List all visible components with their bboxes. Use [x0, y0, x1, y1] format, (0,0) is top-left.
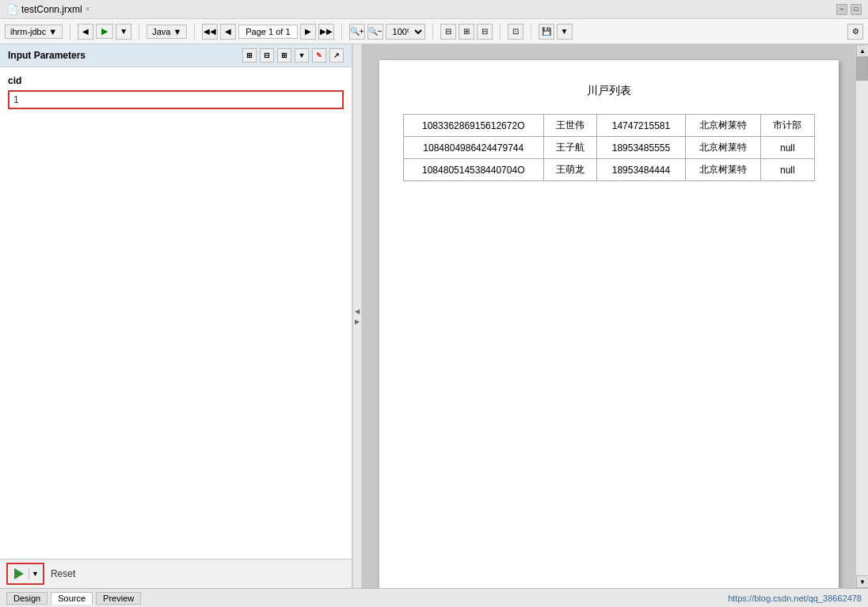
preview-page: 川戸列表 108336286915612672O王世伟14747215581北京…: [379, 60, 839, 588]
sep5: [432, 24, 433, 40]
language-label: Java: [152, 27, 170, 36]
panel-header-icons: ⊞ ⊟ ⊞ ▼ ✎ ↗: [242, 48, 344, 63]
left-panel: Input Parameters ⊞ ⊟ ⊞ ▼ ✎ ↗ cid ▼ Reset: [0, 44, 352, 588]
icon-export2[interactable]: ↗: [329, 48, 344, 63]
run-back-button[interactable]: ◀: [78, 24, 93, 40]
play-icon: [14, 568, 24, 579]
param-input-cid[interactable]: [8, 90, 344, 109]
table-row: 108480498642447974​4王子航18953485555北京树莱特n…: [403, 137, 814, 159]
icon-table2[interactable]: ⊞: [277, 48, 291, 63]
icon-table[interactable]: ⊟: [260, 48, 274, 63]
next-next-button[interactable]: ▶▶: [318, 24, 334, 40]
title-bar-controls: − □: [836, 4, 862, 15]
table-cell: 14747215581: [597, 115, 685, 137]
prev-prev-button[interactable]: ◀◀: [202, 24, 218, 40]
scroll-up-button[interactable]: ▲: [856, 44, 868, 57]
sep7: [531, 24, 531, 40]
icon-dropdown-arrow[interactable]: ▼: [295, 48, 309, 63]
fit-width-button[interactable]: ⊟: [440, 24, 456, 40]
table-cell: 18953484444: [597, 159, 685, 181]
tab-design[interactable]: Design: [6, 592, 48, 605]
table-cell: 王世伟: [544, 115, 597, 137]
sep2: [139, 24, 139, 40]
toolbar: ihrm-jdbc ▼ ◀ ▶ ▼ Java ▼ ◀◀ ◀ Page 1 of …: [0, 19, 868, 44]
scroll-track: [856, 57, 868, 575]
title-bar-close-icon: ×: [86, 5, 90, 13]
sep3: [194, 24, 195, 40]
run-btn-dropdown[interactable]: ▼: [29, 568, 41, 579]
icon-edit[interactable]: ✎: [312, 48, 326, 63]
collapse-handle[interactable]: ◀ ▶: [352, 44, 362, 588]
nav-group: ◀◀ ◀ Page 1 of 1 ▶ ▶▶: [202, 24, 333, 40]
run-dropdown-btn[interactable]: ▼: [116, 24, 131, 40]
run-button[interactable]: ▶: [96, 24, 113, 39]
prev-button[interactable]: ◀: [220, 24, 236, 40]
run-icon: ▶: [101, 26, 108, 36]
fit-group: ⊟ ⊞ ⊟: [440, 24, 493, 40]
status-tabs: Design Source Preview: [6, 592, 141, 605]
connection-dropdown[interactable]: ihrm-jdbc ▼: [5, 25, 63, 39]
save-button[interactable]: 💾: [539, 24, 554, 40]
maximize-button[interactable]: □: [851, 4, 862, 15]
table-cell: 108480514538440704O: [403, 159, 544, 181]
main-content: Input Parameters ⊞ ⊟ ⊞ ▼ ✎ ↗ cid ▼ Reset: [0, 44, 868, 588]
reset-button[interactable]: Reset: [51, 568, 75, 579]
connection-dropdown-icon: ▼: [48, 27, 57, 36]
page-indicator: Page 1 of 1: [238, 25, 297, 39]
table-cell: null: [761, 159, 814, 181]
table-cell: 108336286915612672O: [403, 115, 544, 137]
table-cell: 市计部: [761, 115, 814, 137]
table-cell: 北京树莱特: [685, 159, 761, 181]
scroll-thumb[interactable]: [856, 57, 868, 81]
preview-title: 川戸列表: [403, 84, 815, 98]
status-url: https://blog.csdn.net/qq_38662478: [728, 594, 862, 603]
table-cell: 108480498642447974​4: [403, 137, 544, 159]
icon-grid[interactable]: ⊞: [242, 48, 257, 63]
table-cell: 18953485555: [597, 137, 685, 159]
scroll-down-button[interactable]: ▼: [856, 575, 868, 588]
lang-dropdown-icon: ▼: [173, 27, 181, 36]
run-btn-wrapper: ▼: [6, 563, 44, 585]
execute-button[interactable]: [10, 566, 29, 582]
panel-header: Input Parameters ⊞ ⊟ ⊞ ▼ ✎ ↗: [0, 44, 352, 67]
zoom-select[interactable]: 100%: [386, 24, 425, 40]
fit-height-button[interactable]: ⊟: [477, 24, 493, 40]
minimize-button[interactable]: −: [836, 4, 847, 15]
table-cell: 北京树莱特: [685, 137, 761, 159]
export-group: ⊡: [508, 24, 523, 40]
table-row: 108336286915612672O王世伟14747215581北京树莱特市计…: [403, 115, 814, 137]
connection-label: ihrm-jdbc: [10, 27, 46, 36]
run-group: ◀ ▶ ▼: [78, 24, 131, 40]
panel-title: Input Parameters: [8, 50, 86, 61]
sep6: [500, 24, 501, 40]
sep1: [70, 24, 70, 40]
zoom-group: 🔍+ 🔍− 100%: [349, 24, 425, 40]
right-scrollbar: ▲ ▼: [855, 44, 868, 588]
collapse-arrow-down: ▶: [355, 318, 360, 325]
save-dropdown-btn[interactable]: ▼: [557, 24, 573, 40]
language-dropdown[interactable]: Java ▼: [147, 25, 187, 39]
save-group: 💾 ▼: [539, 24, 573, 40]
zoom-in-button[interactable]: 🔍+: [349, 24, 365, 40]
data-table: 108336286915612672O王世伟14747215581北京树莱特市计…: [403, 114, 815, 181]
next-button[interactable]: ▶: [300, 24, 316, 40]
status-bar: Design Source Preview https://blog.csdn.…: [0, 588, 868, 607]
settings-button[interactable]: ⚙: [847, 24, 863, 40]
param-label: cid: [8, 75, 344, 86]
title-bar: 📄 testConn.jrxml × − □: [0, 0, 868, 19]
title-bar-text: testConn.jrxml: [21, 4, 82, 15]
right-panel-wrapper: 川戸列表 108336286915612672O王世伟14747215581北京…: [362, 44, 868, 588]
table-cell: 王萌龙: [544, 159, 597, 181]
file-icon: 📄: [6, 4, 18, 15]
bottom-bar: ▼ Reset: [0, 559, 352, 588]
tab-source[interactable]: Source: [51, 592, 93, 605]
export-button[interactable]: ⊡: [508, 24, 523, 40]
sep4: [341, 24, 342, 40]
collapse-arrow-up: ◀: [355, 308, 360, 315]
right-panel: 川戸列表 108336286915612672O王世伟14747215581北京…: [362, 44, 855, 588]
tab-preview[interactable]: Preview: [96, 592, 141, 605]
fit-page-button[interactable]: ⊞: [459, 24, 474, 40]
zoom-out-button[interactable]: 🔍−: [367, 24, 383, 40]
lang-group: Java ▼: [147, 25, 187, 39]
toolbar-right: ⚙: [847, 24, 863, 40]
